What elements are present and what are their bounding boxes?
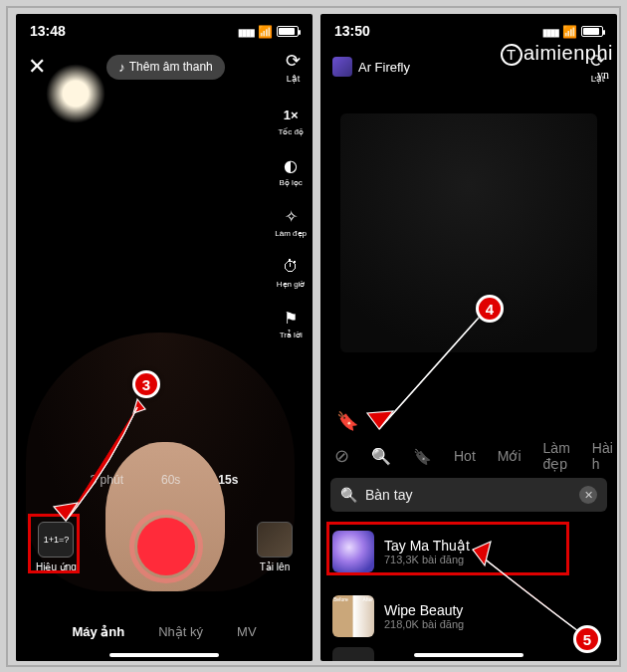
filter-label: Bộ lọc	[279, 178, 302, 187]
duration-60s[interactable]: 60s	[161, 473, 180, 487]
upload-thumbnail	[257, 522, 293, 558]
flip-icon	[286, 50, 301, 72]
tab-beauty[interactable]: Làm đẹp	[543, 440, 570, 472]
close-icon[interactable]: ✕	[28, 54, 46, 80]
battery-icon	[277, 26, 299, 37]
current-effect-name: Ar Firefly	[358, 60, 410, 75]
speed-label: Tốc độ	[278, 127, 304, 136]
home-indicator[interactable]	[109, 653, 219, 657]
annotation-marker-3: 3	[132, 370, 160, 398]
annotation-marker-5: 5	[573, 625, 601, 653]
reply-label: Trả lời	[280, 331, 303, 339]
speed-tool[interactable]: Tốc độ	[278, 104, 304, 136]
watermark-logo: Taimienphi	[501, 42, 613, 66]
clear-search-icon[interactable]: ✕	[579, 486, 597, 504]
timer-tool[interactable]: Hẹn giờ	[277, 256, 306, 289]
svg-marker-1	[54, 503, 78, 521]
status-bar: 13:48	[16, 14, 313, 44]
add-sound-label: Thêm âm thanh	[129, 60, 213, 74]
battery-icon	[581, 26, 603, 37]
wifi-icon	[562, 23, 577, 39]
tutorial-frame: 13:48 ✕ Thêm âm thanh Lật Tốc độ	[6, 6, 621, 667]
flip-button[interactable]: Lật	[286, 50, 301, 84]
wifi-icon	[258, 23, 273, 39]
search-query: Bàn tay	[365, 487, 412, 503]
marker-number: 4	[486, 301, 494, 318]
upload-label: Tải lên	[260, 561, 290, 572]
upload-button[interactable]: Tải lên	[257, 522, 293, 572]
beauty-tool[interactable]: Làm đẹp	[275, 205, 307, 238]
mode-diary[interactable]: Nhật ký	[158, 624, 203, 639]
result-name: Zoom Bàng Tay	[384, 660, 482, 661]
signal-icon	[238, 23, 254, 39]
watermark-sub: .vn	[594, 68, 609, 83]
signal-icon	[542, 23, 558, 39]
filter-icon	[280, 154, 302, 176]
status-bar: 13:50	[320, 14, 617, 44]
camera-preview-light	[46, 64, 105, 123]
home-indicator[interactable]	[414, 653, 523, 657]
no-effect-icon[interactable]	[334, 445, 349, 467]
tab-new[interactable]: Mới	[498, 448, 522, 464]
bookmark-tab-icon[interactable]	[413, 446, 432, 467]
annotation-marker-4: 4	[476, 295, 504, 323]
watermark-text: aimienphi	[523, 42, 613, 64]
result-sub: 218,0K bài đăng	[384, 618, 464, 630]
marker-number: 5	[583, 631, 591, 648]
annotation-arrow-5	[461, 536, 590, 645]
timer-icon	[280, 256, 302, 278]
status-time: 13:48	[30, 23, 66, 39]
result-thumb: ⌄	[332, 647, 374, 661]
beauty-label: Làm đẹp	[275, 229, 307, 238]
filter-tool[interactable]: Bộ lọc	[279, 154, 302, 187]
current-effect-thumb[interactable]	[332, 57, 352, 77]
reply-icon	[280, 307, 302, 329]
timer-label: Hẹn giờ	[277, 280, 306, 289]
mode-mv[interactable]: MV	[237, 624, 257, 639]
flip-label: Lật	[287, 74, 301, 84]
search-icon	[340, 487, 357, 503]
bookmark-icon[interactable]: 🔖	[336, 410, 358, 432]
mode-row: Máy ảnh Nhật ký MV	[16, 601, 313, 661]
mode-camera[interactable]: Máy ảnh	[72, 624, 124, 639]
tab-funny[interactable]: Hài h	[592, 440, 613, 472]
speed-icon	[280, 104, 302, 125]
side-tools: Tốc độ Bộ lọc Làm đẹp Hẹn giờ Trả lời	[275, 104, 307, 339]
svg-marker-2	[367, 411, 393, 429]
beauty-icon	[280, 205, 302, 227]
search-tab-icon[interactable]	[371, 446, 391, 467]
marker-number: 3	[142, 376, 150, 393]
effect-search-input[interactable]: Bàn tay ✕	[330, 478, 607, 512]
status-time: 13:50	[334, 23, 370, 39]
annotation-arrow-3	[38, 391, 147, 541]
annotation-arrow-4	[361, 312, 491, 446]
result-thumb	[332, 595, 374, 637]
reply-tool[interactable]: Trả lời	[280, 307, 303, 339]
add-sound-button[interactable]: Thêm âm thanh	[106, 55, 225, 80]
tab-hot[interactable]: Hot	[454, 448, 476, 464]
duration-15s[interactable]: 15s	[218, 473, 238, 487]
music-note-icon	[118, 60, 125, 75]
result-name: Wipe Beauty	[384, 602, 464, 618]
